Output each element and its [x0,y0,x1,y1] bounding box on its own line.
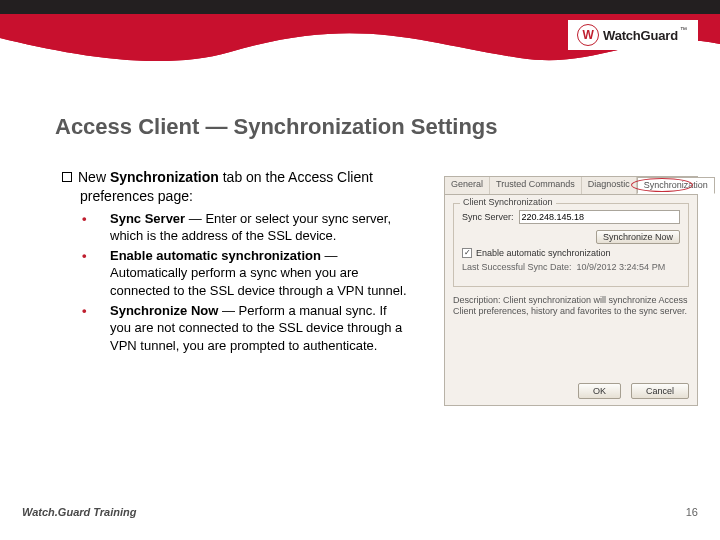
tab-general[interactable]: General [445,177,490,194]
ok-button[interactable]: OK [578,383,621,399]
synchronize-now-button[interactable]: Synchronize Now [596,230,680,244]
tab-diagnostic[interactable]: Diagnostic [582,177,637,194]
enable-auto-label: Enable automatic synchronization [476,248,611,258]
last-sync-label: Last Successful Sync Date: [462,262,572,272]
tab-bar: General Trusted Commands Diagnostic Sync… [445,177,697,195]
trademark-icon: ™ [680,26,687,33]
tab-trusted-commands[interactable]: Trusted Commands [490,177,582,194]
brand-logo: W WatchGuard ™ [568,20,698,50]
last-sync-value: 10/9/2012 3:24:54 PM [577,262,666,272]
lead-paragraph: New Synchronization tab on the Access Cl… [62,168,407,206]
bullet-item: Sync Server — Enter or select your sync … [96,210,407,245]
logo-text: WatchGuard [603,28,678,43]
bullet-item: Synchronize Now — Perform a manual sync.… [96,302,407,355]
cancel-button[interactable]: Cancel [631,383,689,399]
sync-server-label: Sync Server: [462,212,514,222]
page-number: 16 [686,506,698,518]
logo-mark-icon: W [577,24,599,46]
bullet-item: Enable automatic synchronization — Autom… [96,247,407,300]
sync-description: Description: Client synchronization will… [453,295,689,318]
enable-auto-checkbox[interactable]: ✓ [462,248,472,258]
fieldset-legend: Client Synchronization [460,197,556,207]
square-bullet-icon [62,172,72,182]
tab-synchronization[interactable]: Synchronization [637,177,715,194]
sync-server-input[interactable] [519,210,680,224]
page-title: Access Client — Synchronization Settings [55,114,498,140]
preferences-dialog: General Trusted Commands Diagnostic Sync… [444,176,698,406]
client-sync-fieldset: Client Synchronization Sync Server: Sync… [453,203,689,287]
slide-body: New Synchronization tab on the Access Cl… [62,168,407,356]
footer-brand: Watch.Guard Training [22,506,137,518]
